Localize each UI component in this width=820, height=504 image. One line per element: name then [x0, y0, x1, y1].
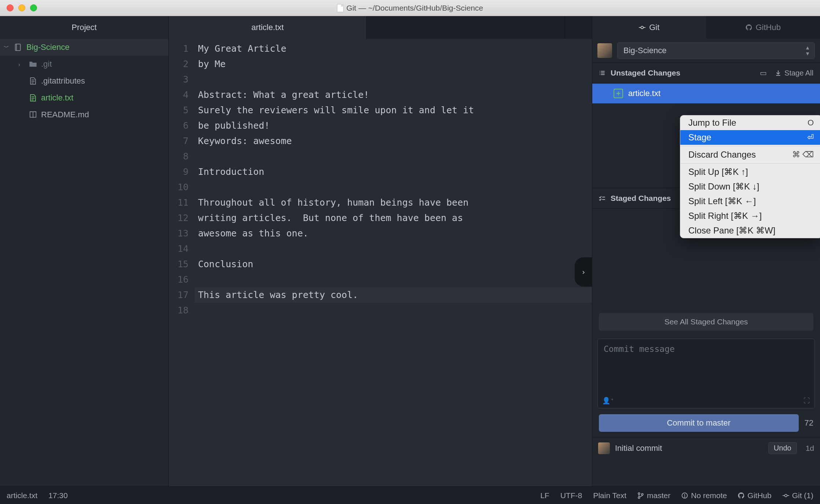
repo-name: Big-Science — [623, 46, 666, 55]
file-tree: ﹀ Big-Science › .git .gitattributes — [0, 39, 168, 123]
status-cursor[interactable]: 17:30 — [48, 491, 68, 500]
line-gutter: 123456789101112131415161718 — [169, 39, 194, 486]
tree-item-label: .gitattributes — [41, 76, 85, 86]
select-arrows-icon: ▲▼ — [805, 45, 809, 56]
context-menu-item[interactable]: Split Left [⌘K ←] — [680, 194, 820, 209]
status-github[interactable]: GitHub — [738, 491, 771, 500]
git-panel-tabs: Git GitHub — [592, 16, 820, 39]
status-encoding[interactable]: UTF-8 — [560, 491, 582, 500]
tab-github[interactable]: GitHub — [706, 16, 820, 39]
status-file[interactable]: article.txt — [7, 491, 37, 500]
svg-point-23 — [641, 493, 643, 495]
svg-point-21 — [638, 493, 640, 494]
add-coauthor-icon[interactable]: 👤⁺ — [602, 397, 614, 404]
tree-root[interactable]: ﹀ Big-Science — [0, 39, 168, 56]
file-icon — [29, 77, 37, 85]
repo-select[interactable]: Big-Science ▲▼ — [617, 42, 815, 59]
svg-point-27 — [784, 494, 787, 497]
chevron-right-icon: › — [18, 61, 25, 67]
tree-item-gitattributes[interactable]: .gitattributes — [0, 73, 168, 89]
status-grammar[interactable]: Plain Text — [593, 491, 626, 500]
folder-icon — [29, 60, 37, 68]
tree-item-article[interactable]: article.txt — [0, 89, 168, 106]
stage-all-button[interactable]: Stage All — [775, 69, 813, 77]
tree-item-git[interactable]: › .git — [0, 56, 168, 73]
file-name: article.txt — [628, 89, 660, 98]
dock-toggle-button[interactable]: › — [575, 257, 592, 287]
svg-point-8 — [641, 26, 644, 29]
file-icon — [29, 94, 37, 102]
github-icon — [738, 492, 744, 499]
tree-root-label: Big-Science — [26, 43, 69, 52]
status-branch[interactable]: master — [637, 491, 670, 500]
see-all-staged-button[interactable]: See All Staged Changes — [599, 313, 813, 331]
github-icon — [746, 24, 752, 31]
tab-git[interactable]: Git — [592, 16, 706, 39]
last-commit-row[interactable]: Initial commit Undo 1d — [592, 437, 820, 459]
commit-char-count: 72 — [805, 418, 813, 428]
stage-all-label: Stage All — [784, 69, 813, 77]
context-menu-item[interactable]: Stage⏎ — [680, 130, 820, 145]
context-menu-item[interactable]: Jump to FileO — [680, 115, 820, 130]
status-remote[interactable]: No remote — [681, 491, 727, 500]
last-commit-message: Initial commit — [615, 444, 662, 453]
project-sidebar: Project ﹀ Big-Science › .git — [0, 16, 169, 486]
context-menu-item[interactable]: Close Pane [⌘K ⌘W] — [680, 223, 820, 238]
download-icon — [775, 70, 781, 76]
avatar — [598, 442, 610, 454]
unstaged-file-list: + article.txt — [592, 84, 820, 103]
collapse-icon[interactable]: ▭ — [760, 69, 767, 77]
avatar[interactable] — [597, 43, 612, 58]
chevron-down-icon: ﹀ — [4, 44, 10, 51]
status-line-ending[interactable]: LF — [540, 491, 549, 500]
added-status-icon: + — [614, 89, 623, 98]
status-bar: article.txt 17:30 LF UTF-8 Plain Text ma… — [0, 486, 820, 504]
time-ago: 1d — [806, 444, 814, 453]
unstaged-title: Unstaged Changes — [611, 69, 680, 77]
alert-icon — [681, 492, 688, 499]
sidebar-header: Project — [0, 16, 168, 39]
window-title-text: Git — ~/Documents/GitHub/Big-Science — [347, 4, 483, 12]
chevron-right-icon: › — [581, 264, 586, 280]
context-menu: Jump to FileOStage⏎Discard Changes⌘ ⌫Spl… — [680, 115, 820, 238]
list-icon — [599, 70, 605, 76]
context-menu-item[interactable]: Split Right [⌘K →] — [680, 209, 820, 223]
editor-area: article.txt 123456789101112131415161718 … — [169, 16, 592, 486]
code-content[interactable]: My Great Articleby MeAbstract: What a gr… — [194, 39, 592, 486]
git-commit-icon — [783, 492, 789, 499]
tree-item-label: .git — [41, 59, 52, 69]
commit-placeholder: Commit message — [604, 344, 675, 354]
commit-message-input[interactable]: Commit message 👤⁺ ⛶ — [597, 339, 815, 408]
file-icon — [337, 4, 344, 12]
expand-icon[interactable]: ⛶ — [803, 397, 810, 404]
tree-item-readme[interactable]: README.md — [0, 106, 168, 123]
context-menu-item[interactable]: Split Down [⌘K ↓] — [680, 179, 820, 194]
unstaged-file-row[interactable]: + article.txt — [592, 84, 820, 103]
commit-button-label: Commit to master — [667, 418, 731, 428]
window-titlebar: Git — ~/Documents/GitHub/Big-Science — [0, 0, 820, 16]
context-menu-item[interactable]: Discard Changes⌘ ⌫ — [680, 147, 820, 162]
editor-body[interactable]: 123456789101112131415161718 My Great Art… — [169, 39, 592, 486]
svg-point-22 — [638, 497, 640, 499]
tab-article[interactable]: article.txt — [169, 16, 367, 39]
commit-button[interactable]: Commit to master — [599, 414, 799, 432]
git-panel: Git GitHub Big-Science ▲▼ Unstaged Chang… — [592, 16, 820, 486]
status-git[interactable]: Git (1) — [783, 491, 813, 500]
branch-icon — [637, 492, 644, 499]
svg-rect-0 — [15, 44, 21, 51]
tab-label: GitHub — [756, 23, 781, 32]
repo-icon — [14, 43, 23, 51]
tab-label: Git — [649, 23, 659, 32]
tab-label: article.txt — [251, 23, 283, 32]
context-menu-item[interactable]: Split Up [⌘K ↑] — [680, 165, 820, 179]
commit-row: Commit to master 72 — [592, 411, 820, 437]
book-icon — [29, 111, 37, 119]
repo-row: Big-Science ▲▼ — [592, 39, 820, 62]
tab-empty[interactable] — [367, 16, 565, 39]
undo-button[interactable]: Undo — [768, 442, 797, 454]
see-all-label: See All Staged Changes — [665, 317, 748, 326]
tree-item-label: article.txt — [41, 93, 73, 103]
git-commit-icon — [639, 24, 645, 31]
checklist-icon — [599, 195, 605, 202]
staged-title: Staged Changes — [611, 194, 671, 203]
